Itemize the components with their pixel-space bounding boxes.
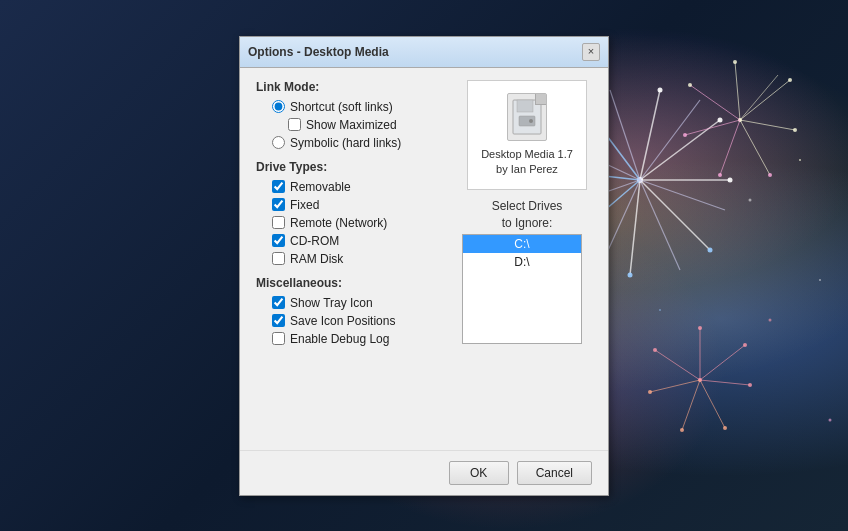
misc-options: Show Tray Icon Save Icon Positions Enabl… bbox=[256, 296, 450, 346]
link-mode-label: Link Mode: bbox=[256, 80, 450, 94]
drive-types-label: Drive Types: bbox=[256, 160, 450, 174]
ramdisk-checkbox[interactable] bbox=[272, 252, 285, 265]
shortcut-radio[interactable] bbox=[272, 100, 285, 113]
show-maximized-checkbox[interactable] bbox=[288, 118, 301, 131]
drives-listbox[interactable]: C:\ D:\ bbox=[462, 234, 582, 344]
app-info-text: Desktop Media 1.7 by Ian Perez bbox=[481, 147, 573, 178]
radio-shortcut: Shortcut (soft links) bbox=[272, 100, 450, 114]
save-icon-label[interactable]: Save Icon Positions bbox=[290, 314, 395, 328]
left-panel: Link Mode: Shortcut (soft links) Show Ma… bbox=[256, 80, 450, 438]
checkbox-save-icon: Save Icon Positions bbox=[272, 314, 450, 328]
checkbox-ramdisk: RAM Disk bbox=[272, 252, 450, 266]
title-bar: Options - Desktop Media × bbox=[240, 37, 608, 68]
shortcut-label[interactable]: Shortcut (soft links) bbox=[290, 100, 393, 114]
removable-label[interactable]: Removable bbox=[290, 180, 351, 194]
drive-type-options: Removable Fixed Remote (Network) CD-ROM bbox=[256, 180, 450, 266]
symbolic-label[interactable]: Symbolic (hard links) bbox=[290, 136, 401, 150]
fixed-checkbox[interactable] bbox=[272, 198, 285, 211]
removable-checkbox[interactable] bbox=[272, 180, 285, 193]
checkbox-cdrom: CD-ROM bbox=[272, 234, 450, 248]
dialog-body: Link Mode: Shortcut (soft links) Show Ma… bbox=[240, 68, 608, 450]
app-icon-box: Desktop Media 1.7 by Ian Perez bbox=[467, 80, 587, 191]
fixed-label[interactable]: Fixed bbox=[290, 198, 319, 212]
remote-checkbox[interactable] bbox=[272, 216, 285, 229]
dialog-title: Options - Desktop Media bbox=[248, 45, 389, 59]
drive-icon-svg bbox=[511, 98, 543, 136]
drive-item-d[interactable]: D:\ bbox=[463, 253, 581, 271]
radio-symbolic: Symbolic (hard links) bbox=[272, 136, 450, 150]
ok-button[interactable]: OK bbox=[449, 461, 509, 485]
cdrom-checkbox[interactable] bbox=[272, 234, 285, 247]
misc-label: Miscellaneous: bbox=[256, 276, 450, 290]
right-panel: Desktop Media 1.7 by Ian Perez Select Dr… bbox=[462, 80, 592, 438]
drives-label-line1: Select Drives to Ignore: bbox=[492, 199, 563, 230]
debug-log-checkbox[interactable] bbox=[272, 332, 285, 345]
checkbox-show-max: Show Maximized bbox=[272, 118, 450, 132]
show-tray-label[interactable]: Show Tray Icon bbox=[290, 296, 373, 310]
svg-point-66 bbox=[529, 119, 533, 123]
save-icon-checkbox[interactable] bbox=[272, 314, 285, 327]
show-maximized-label[interactable]: Show Maximized bbox=[306, 118, 397, 132]
checkbox-show-tray: Show Tray Icon bbox=[272, 296, 450, 310]
app-icon bbox=[507, 93, 547, 141]
checkbox-fixed: Fixed bbox=[272, 198, 450, 212]
debug-log-label[interactable]: Enable Debug Log bbox=[290, 332, 389, 346]
link-mode-options: Shortcut (soft links) Show Maximized Sym… bbox=[256, 100, 450, 150]
drive-item-c[interactable]: C:\ bbox=[463, 235, 581, 253]
close-button[interactable]: × bbox=[582, 43, 600, 61]
remote-label[interactable]: Remote (Network) bbox=[290, 216, 387, 230]
cancel-button[interactable]: Cancel bbox=[517, 461, 592, 485]
app-info-label: Desktop Media 1.7 by Ian Perez bbox=[481, 147, 573, 178]
symbolic-radio[interactable] bbox=[272, 136, 285, 149]
checkbox-removable: Removable bbox=[272, 180, 450, 194]
cdrom-label[interactable]: CD-ROM bbox=[290, 234, 339, 248]
drives-label: Select Drives to Ignore: bbox=[462, 198, 592, 232]
checkbox-debug-log: Enable Debug Log bbox=[272, 332, 450, 346]
ramdisk-label[interactable]: RAM Disk bbox=[290, 252, 343, 266]
dialog-footer: OK Cancel bbox=[240, 450, 608, 495]
options-dialog: Options - Desktop Media × Link Mode: Sho… bbox=[239, 36, 609, 496]
checkbox-remote: Remote (Network) bbox=[272, 216, 450, 230]
drives-ignore-section: Select Drives to Ignore: C:\ D:\ bbox=[462, 198, 592, 344]
show-tray-checkbox[interactable] bbox=[272, 296, 285, 309]
svg-rect-64 bbox=[517, 100, 533, 112]
